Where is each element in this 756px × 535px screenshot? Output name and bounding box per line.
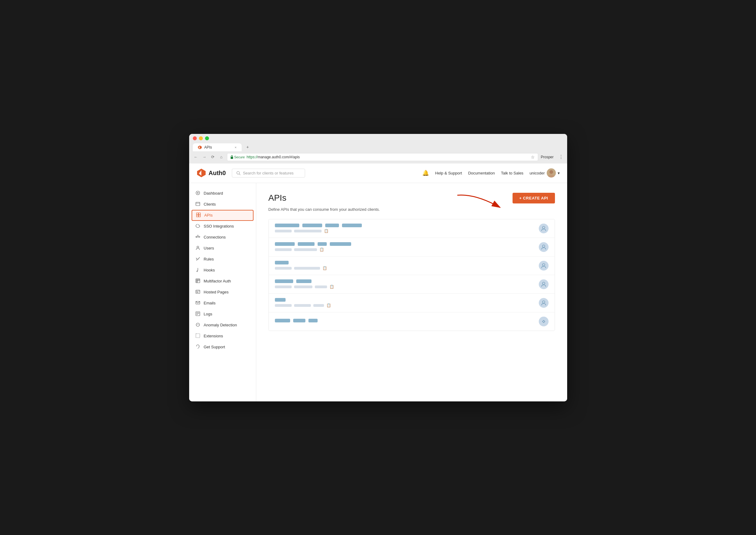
sidebar-item-clients[interactable]: Clients — [189, 199, 256, 210]
help-link[interactable]: Help & Support — [435, 171, 462, 175]
svg-point-41 — [543, 264, 545, 266]
api-name[interactable] — [275, 279, 539, 283]
browser-chrome: APIs × + — [189, 134, 567, 151]
svg-rect-26 — [196, 281, 198, 282]
logo[interactable]: Auth0 — [196, 168, 226, 178]
support-icon — [195, 344, 201, 350]
api-name[interactable] — [275, 224, 539, 227]
copy-icon[interactable]: 📋 — [326, 303, 331, 307]
content-area: APIs + CREATE API Define APIs that you c… — [256, 183, 567, 401]
copy-icon[interactable]: 📋 — [322, 266, 327, 270]
sidebar-item-mfa[interactable]: Multifactor Auth — [189, 276, 256, 287]
anomaly-icon — [195, 323, 201, 328]
app-content: Auth0 Search for clients or features 🔔 H… — [189, 163, 567, 401]
api-name[interactable] — [275, 298, 539, 302]
api-meta: 📋 — [275, 229, 539, 233]
clients-icon — [195, 202, 201, 207]
docs-link[interactable]: Documentation — [468, 171, 494, 175]
sidebar-label-hooks: Hooks — [204, 268, 215, 272]
api-item-info: 📋 — [275, 242, 539, 252]
svg-point-17 — [196, 236, 197, 237]
copy-icon[interactable]: 📋 — [320, 247, 324, 252]
sidebar-item-dashboard[interactable]: Dashboard — [189, 188, 256, 199]
sidebar-item-connections[interactable]: Connections — [189, 232, 256, 243]
maximize-button[interactable] — [205, 136, 209, 140]
sidebar-label-hosted-pages: Hosted Pages — [204, 290, 229, 294]
api-item: 📋 — [269, 219, 555, 238]
api-avatar[interactable] — [539, 317, 548, 326]
extensions-icon — [195, 333, 201, 339]
svg-rect-13 — [196, 213, 198, 215]
browser-window: APIs × + ← → ⟳ ⌂ Secure https://manage.a… — [189, 134, 567, 401]
sidebar-label-dashboard: Dashboard — [204, 191, 223, 195]
sales-link[interactable]: Talk to Sales — [501, 171, 523, 175]
sidebar-label-apis: APIs — [205, 213, 213, 217]
api-name[interactable] — [275, 261, 539, 265]
search-bar[interactable]: Search for clients or features — [232, 169, 305, 178]
sidebar-item-rules[interactable]: Rules — [189, 254, 256, 265]
emails-icon — [195, 300, 201, 306]
logo-text: Auth0 — [209, 170, 226, 177]
nav-right: 🔔 Help & Support Documentation Talk to S… — [422, 168, 560, 178]
home-button[interactable]: ⌂ — [218, 154, 225, 160]
tab-bar: APIs × + — [193, 143, 564, 151]
close-button[interactable] — [193, 136, 197, 140]
sidebar-item-sso[interactable]: SSO Integrations — [189, 221, 256, 232]
back-button[interactable]: ← — [193, 154, 199, 160]
svg-point-18 — [199, 236, 200, 237]
rules-icon — [195, 257, 201, 262]
api-avatar[interactable] — [539, 224, 548, 233]
api-name[interactable] — [275, 242, 539, 246]
api-item: 📋 — [269, 238, 555, 257]
api-name[interactable] — [275, 319, 539, 323]
address-bar[interactable]: Secure https://manage.auth0.com/#/apis ☆ — [227, 153, 539, 161]
users-icon — [195, 245, 201, 251]
secure-badge: Secure — [230, 155, 245, 159]
forward-button[interactable]: → — [201, 154, 208, 160]
sidebar: Dashboard Clients APIs — [189, 183, 256, 401]
api-avatar[interactable] — [539, 261, 548, 270]
traffic-lights — [193, 136, 564, 140]
browser-menu-icon[interactable]: ⋮ — [559, 154, 564, 160]
api-item: 📋 — [269, 257, 555, 275]
sidebar-item-hooks[interactable]: Hooks — [189, 265, 256, 276]
sidebar-item-anomaly[interactable]: Anomaly Detection — [189, 320, 256, 331]
new-tab-button[interactable]: + — [243, 143, 253, 151]
user-menu[interactable]: unicoder ▾ — [530, 168, 560, 178]
notifications-icon[interactable]: 🔔 — [422, 170, 429, 176]
logs-icon — [195, 311, 201, 317]
lock-icon — [230, 155, 234, 159]
sidebar-label-mfa: Multifactor Auth — [204, 279, 231, 283]
svg-point-37 — [198, 348, 198, 349]
api-avatar[interactable] — [539, 279, 548, 289]
api-item: 📋 — [269, 294, 555, 312]
sidebar-item-support[interactable]: Get Support — [189, 342, 256, 352]
copy-icon[interactable]: 📋 — [324, 229, 328, 233]
sidebar-item-hosted-pages[interactable]: Hosted Pages — [189, 287, 256, 298]
api-avatar[interactable] — [539, 242, 548, 252]
sidebar-item-users[interactable]: Users — [189, 243, 256, 254]
sidebar-label-sso: SSO Integrations — [204, 224, 234, 228]
apis-icon — [196, 212, 201, 218]
tab-close-icon[interactable]: × — [235, 146, 237, 149]
active-tab[interactable]: APIs × — [193, 143, 242, 151]
sidebar-item-logs[interactable]: Logs — [189, 309, 256, 320]
sidebar-label-rules: Rules — [204, 257, 214, 261]
sidebar-item-emails[interactable]: Emails — [189, 298, 256, 309]
sidebar-label-logs: Logs — [204, 312, 212, 316]
api-item-info: 📋 — [275, 224, 539, 233]
svg-point-21 — [197, 246, 199, 248]
hooks-icon — [195, 268, 201, 273]
sidebar-item-apis[interactable]: APIs — [192, 210, 254, 221]
api-avatar[interactable] — [539, 298, 548, 308]
refresh-button[interactable]: ⟳ — [210, 154, 216, 160]
username: unicoder — [530, 171, 545, 175]
minimize-button[interactable] — [199, 136, 203, 140]
create-api-button[interactable]: + CREATE API — [513, 193, 555, 204]
bookmark-icon[interactable]: ☆ — [531, 155, 535, 159]
copy-icon[interactable]: 📋 — [329, 285, 334, 289]
svg-point-40 — [543, 245, 545, 247]
sidebar-item-extensions[interactable]: Extensions — [189, 331, 256, 342]
svg-rect-2 — [231, 157, 233, 159]
search-placeholder: Search for clients or features — [243, 171, 294, 175]
